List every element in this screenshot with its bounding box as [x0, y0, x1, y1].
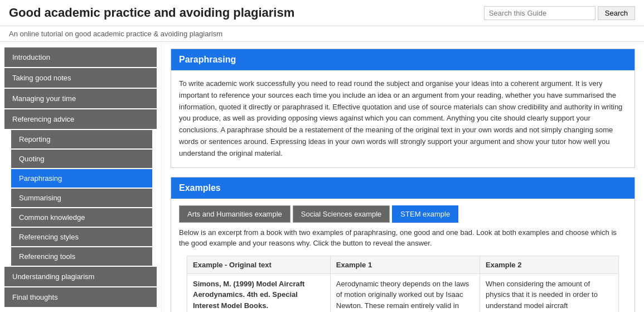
sidebar-item-reporting[interactable]: Reporting [11, 130, 152, 148]
sidebar-item-referencing-styles[interactable]: Referencing styles [11, 228, 152, 246]
page-title: Good academic practice and avoiding plag… [9, 6, 294, 20]
examples-description: Below is an excerpt from a book with two… [171, 227, 635, 256]
paraphrasing-body: To write academic work successfully you … [171, 70, 635, 167]
sidebar-item-summarising[interactable]: Summarising [11, 189, 152, 207]
example2-cell: When considering the amount of physics t… [480, 273, 619, 312]
header: Good academic practice and avoiding plag… [0, 0, 644, 42]
sidebar: IntroductionTaking good notesManaging yo… [0, 42, 162, 312]
tab-social-sciences[interactable]: Social Sciences example [293, 205, 390, 223]
examples-table: Example - Original text Example 1 Exampl… [187, 256, 619, 312]
subtitle: An online tutorial on good academic prac… [0, 26, 644, 42]
content-area: Paraphrasing To write academic work succ… [162, 42, 644, 312]
tab-stem[interactable]: STEM example [392, 205, 458, 223]
paraphrasing-section: Paraphrasing To write academic work succ… [171, 49, 635, 168]
sidebar-item-common-knowledge[interactable]: Common knowledge [11, 208, 152, 227]
search-button[interactable]: Search [598, 6, 635, 20]
search-area: Search [484, 6, 635, 20]
sidebar-item-referencing-advice[interactable]: Referencing advice [4, 109, 157, 129]
col-header-3: Example 2 [480, 256, 619, 273]
examples-table-wrapper: Example - Original text Example 1 Exampl… [171, 256, 635, 312]
sidebar-item-managing-your-time[interactable]: Managing your time [4, 89, 157, 108]
examples-tabs: Arts and Humanities exampleSocial Scienc… [171, 199, 635, 227]
sidebar-item-final-thoughts[interactable]: Final thoughts [4, 287, 157, 307]
examples-header: Examples [171, 177, 635, 199]
main-layout: IntroductionTaking good notesManaging yo… [0, 42, 644, 312]
sidebar-item-understanding-plagiarism[interactable]: Understanding plagiarism [4, 267, 157, 286]
examples-section: Examples Arts and Humanities exampleSoci… [171, 177, 635, 312]
col-header-1: Example - Original text [187, 256, 331, 273]
search-input[interactable] [484, 6, 595, 20]
original-text-cell: Simons, M. (1999) Model Aircraft Aerodyn… [187, 273, 331, 312]
tab-arts-humanities[interactable]: Arts and Humanities example [179, 205, 290, 223]
citation: Simons, M. (1999) Model Aircraft Aerodyn… [193, 280, 304, 310]
table-row: Simons, M. (1999) Model Aircraft Aerodyn… [187, 273, 619, 312]
sidebar-item-quoting[interactable]: Quoting [11, 150, 152, 168]
sidebar-item-introduction[interactable]: Introduction [4, 47, 157, 67]
sidebar-item-taking-good-notes[interactable]: Taking good notes [4, 68, 157, 88]
sidebar-item-paraphrasing[interactable]: Paraphrasing [11, 169, 152, 188]
sidebar-item-referencing-tools[interactable]: Referencing tools [11, 247, 152, 266]
paraphrasing-header: Paraphrasing [171, 49, 635, 70]
col-header-2: Example 1 [330, 256, 480, 273]
example1-cell: Aerodynamic theory depends on the laws o… [330, 273, 480, 312]
